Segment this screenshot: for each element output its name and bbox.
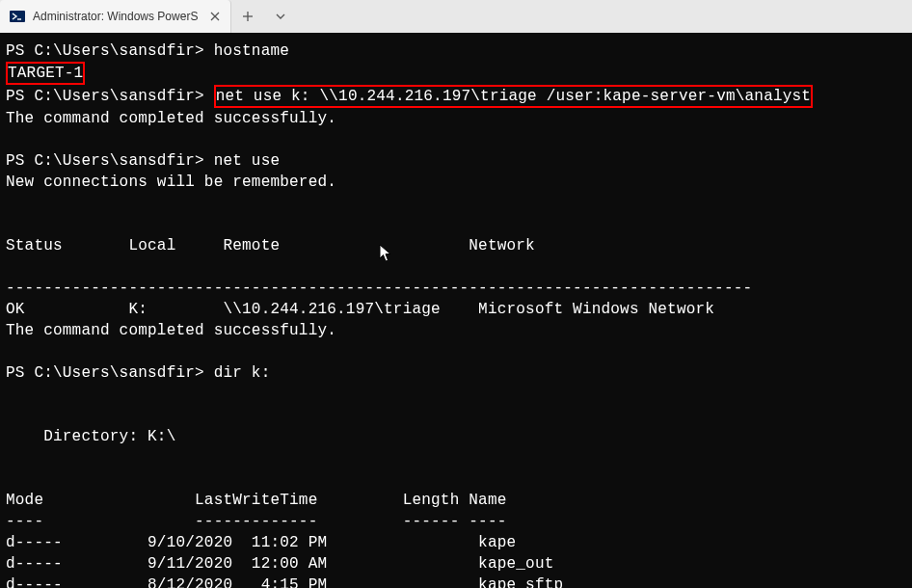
list-item: d----- 9/11/2020 12:00 AM kape_out [6,555,554,573]
highlight-hostname-result: TARGET-1 [6,62,85,85]
tab-dropdown-button[interactable] [264,0,297,33]
command-dir: dir k: [214,364,271,382]
close-icon[interactable] [207,9,223,24]
window-titlebar: Administrator: Windows PowerS [0,0,912,33]
terminal-output[interactable]: PS C:\Users\sansdfir> hostname TARGET-1 … [0,33,912,588]
dir-header: Directory: K:\ [6,428,175,445]
highlight-netuse-command: net use k: \\10.244.216.197\triage /user… [214,85,814,108]
powershell-icon [10,9,25,24]
listing-header: Mode LastWriteTime Length Name [6,492,506,509]
table-header: Status Local Remote Network [6,237,535,254]
command-hostname: hostname [214,42,289,60]
list-item: d----- 9/10/2020 11:02 PM kape [6,534,516,551]
tabbar-controls [231,0,297,33]
tab-powershell[interactable]: Administrator: Windows PowerS [0,0,231,33]
table-row: OK K: \\10.244.216.197\triage Microsoft … [6,301,714,318]
listing-rule: ---- ------------- ------ ---- [6,513,506,530]
prompt: PS C:\Users\sansdfir> [6,88,204,105]
prompt: PS C:\Users\sansdfir> [6,42,204,60]
new-tab-button[interactable] [231,0,264,33]
command-netuse-list: net use [214,152,281,170]
output-line: The command completed successfully. [6,322,336,339]
output-line: New connections will be remembered. [6,174,336,191]
list-item: d----- 8/12/2020 4:15 PM kape_sftp [6,576,563,588]
output-line: The command completed successfully. [6,110,336,127]
prompt: PS C:\Users\sansdfir> [6,364,204,382]
prompt: PS C:\Users\sansdfir> [6,152,204,170]
table-rule: ----------------------------------------… [6,280,752,297]
tab-title: Administrator: Windows PowerS [33,10,200,23]
